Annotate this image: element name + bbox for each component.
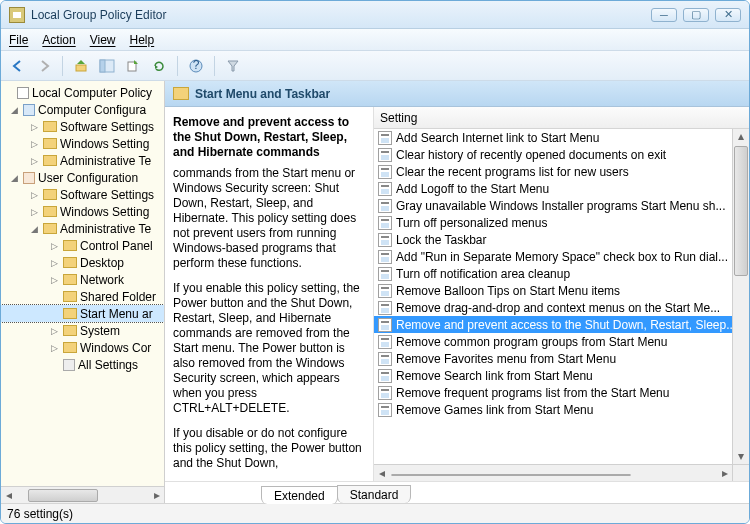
menu-help[interactable]: Help <box>130 33 155 47</box>
tree-item[interactable]: ▷Administrative Te <box>1 152 164 169</box>
tree-item[interactable]: ▷Software Settings <box>1 118 164 135</box>
setting-row[interactable]: Remove frequent programs list from the S… <box>374 384 732 401</box>
setting-label: Add Logoff to the Start Menu <box>396 182 549 196</box>
collapse-icon[interactable]: ◢ <box>29 224 40 234</box>
folder-icon <box>63 291 77 302</box>
setting-row[interactable]: Remove drag-and-drop and context menus o… <box>374 299 732 316</box>
scroll-thumb[interactable] <box>734 146 748 276</box>
menu-file[interactable]: File <box>9 33 28 47</box>
minimize-button[interactable]: ─ <box>651 8 677 22</box>
menu-view[interactable]: View <box>90 33 116 47</box>
show-hide-tree-button[interactable] <box>96 55 118 77</box>
setting-row[interactable]: Lock the Taskbar <box>374 231 732 248</box>
setting-row[interactable]: Remove Games link from Start Menu <box>374 401 732 418</box>
setting-label: Remove drag-and-drop and context menus o… <box>396 301 720 315</box>
tree-item-selected[interactable]: Start Menu ar <box>1 305 164 322</box>
tab-standard[interactable]: Standard <box>337 485 412 503</box>
tree-item[interactable]: ◢Administrative Te <box>1 220 164 237</box>
scroll-left-icon[interactable]: ◂ <box>1 488 16 502</box>
scroll-track[interactable] <box>733 144 749 449</box>
policy-item-icon <box>378 199 392 213</box>
expand-icon[interactable]: ▷ <box>29 190 40 200</box>
description-text: If you disable or do not configure this … <box>173 426 365 471</box>
setting-row[interactable]: Remove and prevent access to the Shut Do… <box>374 316 732 333</box>
tree-item[interactable]: ▷Windows Setting <box>1 135 164 152</box>
close-button[interactable]: ✕ <box>715 8 741 22</box>
expand-icon[interactable]: ▷ <box>49 343 60 353</box>
folder-icon <box>63 342 77 353</box>
collapse-icon[interactable]: ◢ <box>9 105 20 115</box>
tree-item[interactable]: ▷Network <box>1 271 164 288</box>
setting-row[interactable]: Remove Favorites menu from Start Menu <box>374 350 732 367</box>
setting-row[interactable]: Add Logoff to the Start Menu <box>374 180 732 197</box>
scroll-left-icon[interactable]: ◂ <box>374 466 389 480</box>
folder-icon <box>63 308 77 319</box>
titlebar[interactable]: Local Group Policy Editor ─ ▢ ✕ <box>1 1 749 29</box>
expand-icon[interactable]: ▷ <box>49 258 60 268</box>
filter-button[interactable] <box>222 55 244 77</box>
tree-hscrollbar[interactable]: ◂ ▸ <box>1 486 164 503</box>
setting-label: Gray unavailable Windows Installer progr… <box>396 199 725 213</box>
expand-icon[interactable]: ▷ <box>49 326 60 336</box>
hscrollbar[interactable]: ◂ ▸ <box>374 464 732 481</box>
scroll-up-icon[interactable]: ▴ <box>733 129 749 144</box>
tree-item[interactable]: ▷Windows Cor <box>1 339 164 356</box>
collapse-icon[interactable]: ◢ <box>9 173 20 183</box>
settings-list[interactable]: Add Search Internet link to Start MenuCl… <box>374 129 732 464</box>
setting-row[interactable]: Clear history of recently opened documen… <box>374 146 732 163</box>
expand-icon[interactable]: ▷ <box>49 241 60 251</box>
scroll-right-icon[interactable]: ▸ <box>149 488 164 502</box>
description-pane: Remove and prevent access to the Shut Do… <box>165 107 373 481</box>
folder-icon <box>43 223 57 234</box>
refresh-button[interactable] <box>148 55 170 77</box>
tree-item[interactable]: ▷Windows Setting <box>1 203 164 220</box>
scroll-right-icon[interactable]: ▸ <box>717 466 732 480</box>
expand-icon[interactable]: ▷ <box>29 156 40 166</box>
setting-row[interactable]: Gray unavailable Windows Installer progr… <box>374 197 732 214</box>
tree-item[interactable]: ▷System <box>1 322 164 339</box>
setting-row[interactable]: Remove Balloon Tips on Start Menu items <box>374 282 732 299</box>
folder-icon <box>63 274 77 285</box>
help-button[interactable]: ? <box>185 55 207 77</box>
tree-computer-config[interactable]: ◢Computer Configura <box>1 101 164 118</box>
vscrollbar[interactable]: ▴ ▾ <box>732 129 749 464</box>
menu-action[interactable]: Action <box>42 33 75 47</box>
expand-icon[interactable]: ▷ <box>29 122 40 132</box>
toolbar: ? <box>1 51 749 81</box>
policy-item-icon <box>378 233 392 247</box>
scroll-thumb[interactable] <box>391 474 631 476</box>
forward-button[interactable] <box>33 55 55 77</box>
tree-item[interactable]: ▷Control Panel <box>1 237 164 254</box>
scroll-thumb[interactable] <box>28 489 98 502</box>
scroll-down-icon[interactable]: ▾ <box>733 449 749 464</box>
tree-user-config[interactable]: ◢User Configuration <box>1 169 164 186</box>
tree-item[interactable]: ▷Desktop <box>1 254 164 271</box>
setting-row[interactable]: Clear the recent programs list for new u… <box>374 163 732 180</box>
setting-row[interactable]: Turn off personalized menus <box>374 214 732 231</box>
tree-item[interactable]: Shared Folder <box>1 288 164 305</box>
setting-row[interactable]: Add Search Internet link to Start Menu <box>374 129 732 146</box>
up-button[interactable] <box>70 55 92 77</box>
setting-row[interactable]: Add "Run in Separate Memory Space" check… <box>374 248 732 265</box>
expand-icon[interactable]: ▷ <box>29 139 40 149</box>
back-button[interactable] <box>7 55 29 77</box>
setting-row[interactable]: Turn off notification area cleanup <box>374 265 732 282</box>
column-header[interactable]: Setting <box>374 107 749 129</box>
expand-icon[interactable]: ▷ <box>29 207 40 217</box>
setting-row[interactable]: Remove common program groups from Start … <box>374 333 732 350</box>
expand-icon[interactable]: ▷ <box>49 275 60 285</box>
setting-row[interactable]: Remove Search link from Start Menu <box>374 367 732 384</box>
tree-root[interactable]: Local Computer Policy <box>1 84 164 101</box>
description-text: commands from the Start menu or Windows … <box>173 166 365 271</box>
navigation-tree[interactable]: Local Computer Policy ◢Computer Configur… <box>1 81 165 503</box>
tree-label: Computer Configura <box>38 103 146 117</box>
policy-item-icon <box>378 284 392 298</box>
tree-item[interactable]: All Settings <box>1 356 164 373</box>
tree-item[interactable]: ▷Software Settings <box>1 186 164 203</box>
export-button[interactable] <box>122 55 144 77</box>
content-header: Start Menu and Taskbar <box>165 81 749 107</box>
tab-extended[interactable]: Extended <box>261 486 338 504</box>
scroll-corner <box>732 464 749 481</box>
status-text: 76 setting(s) <box>7 507 73 521</box>
maximize-button[interactable]: ▢ <box>683 8 709 22</box>
